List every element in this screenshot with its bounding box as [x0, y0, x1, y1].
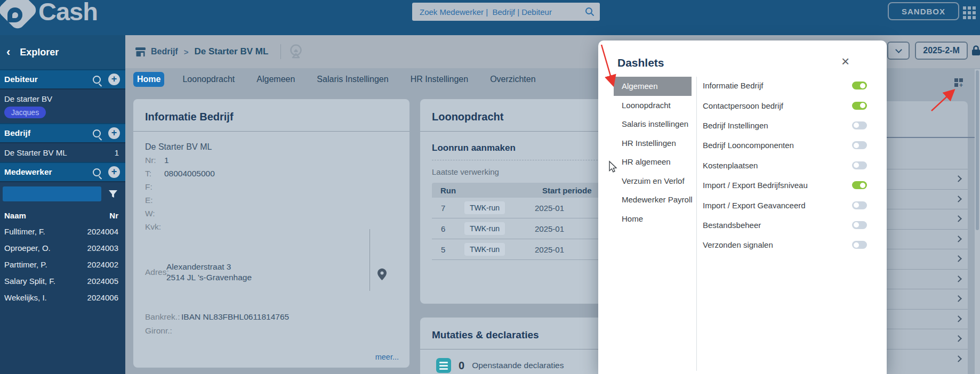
- employee-list: Fulltimer, F. 2024004 Oproeper, O. 20240…: [0, 223, 125, 306]
- search-icon[interactable]: [93, 129, 101, 137]
- dashlet-category-item[interactable]: Verzuim en Verlof: [614, 172, 692, 191]
- employee-row[interactable]: Wekelijks, I. 2024006: [0, 289, 125, 306]
- back-chevron-icon[interactable]: ‹: [6, 46, 10, 58]
- toggle-switch[interactable]: [852, 181, 867, 189]
- dashlet-category-item[interactable]: Home: [614, 209, 692, 229]
- company-name-value: De Starter BV ML: [145, 142, 212, 152]
- more-link[interactable]: meer...: [375, 353, 399, 361]
- payrun-row[interactable]: 6 TWK-run 2025-01: [432, 218, 600, 239]
- toggle-switch[interactable]: [852, 241, 867, 249]
- sidebar-item-company[interactable]: De Starter BV ML 1: [0, 142, 125, 162]
- toggle-switch[interactable]: [852, 121, 867, 129]
- employee-filter-row: [0, 181, 125, 204]
- dashlet-category-item[interactable]: HR Instellingen: [614, 134, 692, 153]
- dashlet-category-item[interactable]: HR algemeen: [614, 152, 692, 172]
- toggle-switch[interactable]: [852, 82, 867, 90]
- filter-icon[interactable]: [108, 190, 118, 198]
- company-name[interactable]: De Starter BV ML: [4, 148, 67, 157]
- search-icon[interactable]: [93, 168, 101, 176]
- employee-row[interactable]: Fulltimer, F. 2024004: [0, 223, 125, 240]
- open-declarations-row[interactable]: 0 Openstaande declaraties: [436, 358, 612, 373]
- toggle-switch[interactable]: [852, 221, 867, 229]
- toggle-switch[interactable]: [852, 141, 867, 149]
- employee-filter-input[interactable]: [3, 186, 101, 201]
- employee-name[interactable]: Oproeper, O.: [4, 243, 51, 253]
- explorer-header: ‹ Explorer: [0, 35, 125, 69]
- dashed-divider: [432, 160, 600, 160]
- close-icon[interactable]: ×: [841, 53, 849, 70]
- global-search[interactable]: [412, 3, 600, 21]
- location-home-icon[interactable]: [289, 44, 303, 60]
- debtor-name[interactable]: De starter BV: [4, 94, 119, 103]
- payrun-table-header: Run Start periode: [432, 183, 600, 198]
- employee-row[interactable]: Parttimer, P. 2024002: [0, 256, 125, 273]
- tab[interactable]: Home: [133, 72, 164, 87]
- map-pin-icon[interactable]: [377, 269, 387, 280]
- mutations-card: Mutaties & declaraties 0 Openstaande dec…: [420, 318, 612, 374]
- card-title: Informatie Bedrijf: [133, 99, 409, 123]
- chevron-right-icon: [955, 315, 962, 322]
- page-scrollbar[interactable]: [975, 69, 980, 374]
- search-icon[interactable]: [585, 7, 595, 17]
- add-dashlet-icon[interactable]: +: [954, 78, 964, 88]
- open-declarations-label[interactable]: Openstaande declaraties: [472, 361, 564, 370]
- breadcrumb-current[interactable]: De Starter BV ML: [194, 46, 268, 57]
- card-title: Mutaties & declaraties: [420, 318, 612, 341]
- employee-number: 2024004: [87, 227, 118, 236]
- chevron-right-icon: [955, 355, 962, 362]
- add-icon[interactable]: +: [108, 166, 120, 178]
- employee-name[interactable]: Salary Split, F.: [4, 277, 55, 286]
- dashlet-category-item[interactable]: Salaris instellingen: [614, 115, 692, 134]
- toggle-switch[interactable]: [852, 102, 867, 110]
- dashlet-category-item[interactable]: Loonopdracht: [614, 96, 692, 115]
- dashlet-toggle-row: Import / Export Geavanceerd: [703, 195, 867, 215]
- breadcrumb-section[interactable]: Bedrijf: [151, 47, 178, 56]
- scrollbar-thumb[interactable]: [976, 70, 979, 230]
- dashlet-label: Bedrijf Instellingen: [703, 121, 768, 130]
- dashlet-category-item[interactable]: Algemeen: [614, 77, 692, 96]
- lock-icon[interactable]: [970, 45, 980, 56]
- run-number: 6: [432, 224, 464, 233]
- modal-divider: [696, 77, 697, 371]
- field-label: F:: [145, 182, 164, 192]
- tab[interactable]: Algemeen: [253, 72, 299, 87]
- employee-name[interactable]: Fulltimer, F.: [4, 227, 45, 236]
- bank-label: Gironr.:: [145, 326, 181, 336]
- run-type-badge: TWK-run: [464, 201, 505, 214]
- sidebar-item-debtor[interactable]: De starter BV Jacques: [0, 88, 125, 123]
- employee-row[interactable]: Oproeper, O. 2024003: [0, 240, 125, 256]
- payrun-row[interactable]: 7 TWK-run 2025-01: [432, 198, 600, 218]
- tab[interactable]: Overzichten: [486, 72, 539, 87]
- debtor-badge[interactable]: Jacques: [4, 107, 46, 118]
- payroll-card: Loonopdracht Loonrun aanmaken Laatste ve…: [420, 99, 612, 304]
- dashlet-toggle-row: Import / Export Bedrijfsniveau: [703, 175, 867, 195]
- period-button[interactable]: 2025-2-M: [915, 42, 968, 60]
- toggle-switch[interactable]: [852, 161, 867, 169]
- dashlet-category-item[interactable]: Medewerker Payroll: [614, 190, 692, 209]
- app-grid-icon[interactable]: [963, 6, 977, 20]
- chevron-down-icon: [895, 46, 902, 53]
- app-logo-text[interactable]: Cash: [38, 0, 98, 26]
- toggle-switch[interactable]: [852, 201, 867, 209]
- col-period-header: Start periode: [542, 186, 592, 195]
- breadcrumb: Bedrijf > De Starter BV ML: [135, 35, 303, 68]
- period-dropdown-button[interactable]: [887, 42, 910, 60]
- payrun-row[interactable]: 5 TWK-run 2025-01: [432, 239, 600, 260]
- create-payrun-link[interactable]: Loonrun aanmaken: [432, 143, 600, 153]
- field-row: Nr: 1: [145, 153, 409, 167]
- employee-name[interactable]: Wekelijks, I.: [4, 293, 47, 302]
- employee-row[interactable]: Salary Split, F. 2024005: [0, 273, 125, 289]
- tab[interactable]: Loonopdracht: [179, 72, 238, 87]
- add-icon[interactable]: +: [108, 127, 120, 139]
- col-nr[interactable]: Nr: [109, 211, 118, 220]
- search-icon[interactable]: [93, 76, 101, 84]
- sandbox-button[interactable]: SANDBOX: [888, 2, 959, 20]
- add-icon[interactable]: +: [108, 74, 120, 85]
- col-naam[interactable]: Naam: [4, 211, 26, 220]
- bank-row: Gironr.:: [145, 324, 289, 338]
- global-search-input[interactable]: [420, 7, 585, 17]
- tab[interactable]: HR Instellingen: [407, 72, 472, 87]
- employee-name[interactable]: Parttimer, P.: [4, 260, 47, 269]
- tab[interactable]: Salaris Instellingen: [313, 72, 392, 87]
- dashlet-label: Informatie Bedrijf: [703, 81, 763, 90]
